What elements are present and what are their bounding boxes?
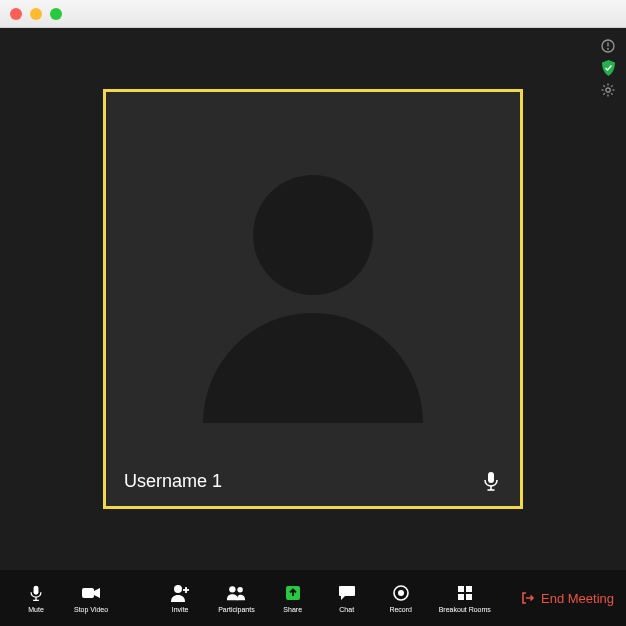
camera-icon [81, 583, 101, 603]
svg-point-22 [230, 586, 236, 592]
traffic-lights [10, 8, 62, 20]
bottom-toolbar: Mute Stop Video Invite Participants [0, 570, 626, 626]
svg-point-3 [606, 88, 610, 92]
chat-label: Chat [339, 606, 354, 613]
svg-rect-29 [458, 594, 464, 600]
titlebar [0, 0, 626, 28]
microphone-icon [26, 583, 46, 603]
end-meeting-button[interactable]: End Meeting [521, 591, 614, 606]
svg-point-19 [174, 585, 182, 593]
invite-icon [170, 583, 190, 603]
participant-name: Username 1 [124, 471, 222, 492]
invite-button[interactable]: Invite [156, 579, 204, 617]
close-window-button[interactable] [10, 8, 22, 20]
active-speaker-tile[interactable]: Username 1 [103, 89, 523, 509]
toolbar-center-group: Invite Participants Share Chat [156, 579, 499, 617]
svg-rect-30 [466, 594, 472, 600]
share-label: Share [283, 606, 302, 613]
microphone-icon [480, 470, 502, 492]
svg-line-11 [611, 85, 612, 86]
shield-icon[interactable] [600, 60, 616, 76]
end-meeting-label: End Meeting [541, 591, 614, 606]
breakout-rooms-button[interactable]: Breakout Rooms [431, 579, 499, 617]
share-button[interactable]: Share [269, 579, 317, 617]
svg-rect-12 [488, 472, 494, 483]
record-label: Record [389, 606, 412, 613]
svg-point-26 [398, 590, 404, 596]
share-icon [283, 583, 303, 603]
svg-rect-15 [34, 586, 39, 595]
settings-icon[interactable] [600, 82, 616, 98]
app-window: Username 1 Mute Stop Video [0, 0, 626, 626]
leave-icon [521, 591, 535, 605]
invite-label: Invite [172, 606, 189, 613]
record-icon [391, 583, 411, 603]
participants-button[interactable]: Participants [210, 579, 263, 617]
stop-video-button[interactable]: Stop Video [66, 579, 116, 617]
status-column [600, 38, 616, 98]
svg-line-10 [603, 93, 604, 94]
record-button[interactable]: Record [377, 579, 425, 617]
svg-rect-27 [458, 586, 464, 592]
minimize-window-button[interactable] [30, 8, 42, 20]
chat-icon [337, 583, 357, 603]
participants-icon [226, 583, 246, 603]
svg-point-23 [238, 587, 243, 592]
svg-rect-28 [466, 586, 472, 592]
svg-point-2 [607, 48, 609, 50]
maximize-window-button[interactable] [50, 8, 62, 20]
info-icon[interactable] [600, 38, 616, 54]
svg-line-8 [603, 85, 604, 86]
svg-rect-18 [82, 588, 94, 598]
participants-label: Participants [218, 606, 255, 613]
svg-line-9 [611, 93, 612, 94]
meeting-area: Username 1 [0, 28, 626, 570]
mute-button[interactable]: Mute [12, 579, 60, 617]
breakout-label: Breakout Rooms [439, 606, 491, 613]
avatar-placeholder-icon [203, 175, 423, 423]
toolbar-left-group: Mute Stop Video [12, 579, 116, 617]
tile-footer: Username 1 [124, 470, 502, 492]
mute-label: Mute [28, 606, 44, 613]
chat-button[interactable]: Chat [323, 579, 371, 617]
stop-video-label: Stop Video [74, 606, 108, 613]
grid-icon [455, 583, 475, 603]
